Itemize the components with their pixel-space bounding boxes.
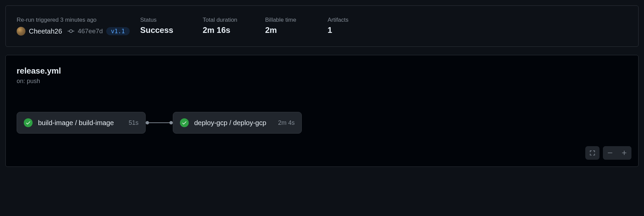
connector-line: [149, 122, 169, 123]
billable-label: Billable time: [265, 17, 319, 23]
status-value: Success: [140, 25, 195, 35]
artifacts-label: Artifacts: [328, 17, 348, 23]
run-summary-card: Re-run triggered 3 minutes ago Cheetah26…: [5, 5, 639, 47]
actor-name[interactable]: Cheetah26: [29, 27, 62, 35]
connector-dot-icon: [169, 121, 173, 124]
job-duration: 51s: [129, 119, 139, 126]
job-left: build-image / build-image: [24, 118, 114, 127]
fullscreen-button[interactable]: [585, 146, 600, 160]
job-left: deploy-gcp / deploy-gcp: [180, 118, 266, 127]
duration-value[interactable]: 2m 16s: [203, 25, 257, 35]
success-check-icon: [24, 118, 33, 127]
trigger-column: Re-run triggered 3 minutes ago Cheetah26…: [17, 17, 132, 36]
billable-value[interactable]: 2m: [265, 25, 319, 35]
success-check-icon: [180, 118, 189, 127]
minus-icon: [607, 150, 613, 156]
workflow-file-name[interactable]: release.yml: [17, 66, 627, 76]
zoom-controls: [585, 146, 631, 160]
fullscreen-icon: [589, 150, 595, 156]
artifacts-value[interactable]: 1: [328, 25, 348, 35]
duration-label: Total duration: [203, 17, 257, 23]
artifacts-column: Artifacts 1: [328, 17, 348, 36]
zoom-out-button[interactable]: [603, 146, 617, 160]
commit-sha[interactable]: 467ee7d: [78, 27, 103, 35]
job-duration: 2m 4s: [278, 119, 295, 126]
trigger-label: Re-run triggered 3 minutes ago: [17, 17, 132, 23]
job-card-build-image[interactable]: build-image / build-image 51s: [17, 112, 146, 134]
zoom-in-button[interactable]: [617, 146, 631, 160]
billable-column: Billable time 2m: [265, 17, 319, 36]
duration-column: Total duration 2m 16s: [203, 17, 257, 36]
workflow-graph-panel: release.yml on: push build-image / build…: [5, 55, 639, 167]
job-card-deploy-gcp[interactable]: deploy-gcp / deploy-gcp 2m 4s: [173, 112, 302, 134]
actor-avatar[interactable]: [17, 27, 25, 36]
job-connector: [146, 121, 173, 124]
job-name: build-image / build-image: [38, 119, 114, 127]
plus-icon: [621, 150, 627, 156]
jobs-row: build-image / build-image 51s deploy-gcp…: [17, 112, 627, 134]
tag-badge[interactable]: v1.1: [106, 27, 130, 35]
status-label: Status: [140, 17, 195, 23]
status-column: Status Success: [140, 17, 195, 36]
trigger-row: Cheetah26 467ee7d v1.1: [17, 27, 132, 36]
commit-icon: [68, 28, 74, 35]
job-name: deploy-gcp / deploy-gcp: [194, 119, 266, 127]
zoom-pair: [603, 146, 631, 160]
connector-dot-icon: [146, 121, 149, 124]
workflow-trigger: on: push: [17, 78, 627, 85]
